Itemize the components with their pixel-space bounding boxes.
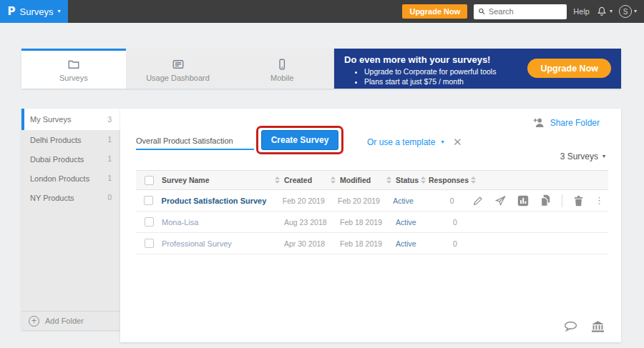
- status-badge[interactable]: Active: [396, 239, 416, 248]
- app-logo-menu[interactable]: P Surveys ▾: [0, 0, 68, 23]
- help-link[interactable]: Help: [573, 7, 590, 16]
- global-search[interactable]: [474, 4, 567, 19]
- chevron-down-icon: ▾: [57, 9, 60, 14]
- chevron-down-icon: ▾: [610, 9, 613, 14]
- avatar: S: [619, 5, 632, 18]
- use-template-label: Or use a template: [367, 137, 435, 147]
- banner-bullet: Plans start at just $75 / month: [364, 76, 611, 86]
- tab-label: Surveys: [59, 74, 88, 82]
- upgrade-now-button[interactable]: Upgrade Now: [402, 4, 467, 19]
- row-checkbox[interactable]: [145, 239, 154, 248]
- chevron-down-icon: ▾: [602, 154, 605, 159]
- add-folder-label: Add Folder: [45, 317, 84, 325]
- status-badge[interactable]: Active: [393, 197, 414, 205]
- new-survey-name-input[interactable]: [136, 133, 254, 150]
- tab-label: Usage Dashboard: [146, 74, 210, 82]
- tab-surveys[interactable]: Surveys: [21, 49, 126, 89]
- sort-icon[interactable]: [421, 177, 426, 184]
- comment-bubble-icon[interactable]: [564, 321, 577, 332]
- table-row: Mona-Lisa Aug 23 2018 Feb 18 2019 Active…: [136, 212, 608, 233]
- brand-logo-icon: P: [8, 5, 16, 18]
- sort-icon[interactable]: [471, 177, 476, 184]
- sidebar-item-delhi-products[interactable]: Delhi Products 1: [21, 130, 120, 149]
- survey-name-link[interactable]: Professional Survey: [162, 239, 232, 248]
- status-badge[interactable]: Active: [396, 218, 416, 227]
- sort-icon[interactable]: [331, 177, 336, 184]
- survey-name-link[interactable]: Product Satisfaction Survey: [162, 197, 267, 205]
- delete-trash-icon[interactable]: [573, 195, 584, 207]
- sidebar-item-dubai-products[interactable]: Dubai Products 1: [21, 149, 120, 169]
- folder-count: 3: [107, 116, 112, 124]
- notifications-menu[interactable]: ▾: [596, 6, 613, 17]
- more-options-icon[interactable]: ⋮: [595, 195, 604, 206]
- tab-label: Mobile: [270, 74, 293, 82]
- survey-name-link[interactable]: Mona-Lisa: [162, 218, 198, 227]
- folder-label: NY Products: [30, 194, 107, 202]
- actions-divider: [562, 194, 562, 207]
- surveys-panel: Share Folder Create Survey Or use a temp…: [120, 109, 621, 342]
- sort-icon[interactable]: [275, 177, 280, 184]
- plus-circle-icon: +: [29, 316, 39, 327]
- tab-usage-dashboard[interactable]: Usage Dashboard: [126, 49, 230, 89]
- col-header-created[interactable]: Created: [284, 176, 312, 184]
- surveys-count-dropdown[interactable]: 3 Surveys ▾: [560, 151, 605, 161]
- created-date: Feb 20 2019: [283, 197, 325, 205]
- top-header: P Surveys ▾ Upgrade Now Help ▾ S ▾: [0, 0, 644, 23]
- folder-count: 0: [107, 194, 112, 202]
- select-all-checkbox[interactable]: [145, 176, 154, 185]
- responses-count: 0: [429, 239, 457, 248]
- annotation-highlight-ring: Create Survey: [256, 126, 343, 154]
- copy-icon[interactable]: [540, 194, 551, 207]
- created-date: Apr 30 2018: [284, 239, 325, 248]
- search-input[interactable]: [489, 7, 562, 16]
- upgrade-banner: Do even more with your surveys! Upgrade …: [334, 49, 621, 89]
- person-add-icon: [533, 117, 545, 128]
- folder-count: 1: [107, 174, 112, 182]
- sidebar-item-london-products[interactable]: London Products 1: [21, 169, 120, 188]
- responses-count: 0: [426, 197, 454, 205]
- folder-icon: [67, 58, 80, 71]
- folder-label: London Products: [30, 174, 107, 183]
- folder-count: 1: [107, 136, 112, 144]
- col-header-modified[interactable]: Modified: [340, 176, 371, 184]
- bank-icon[interactable]: [592, 321, 604, 332]
- responses-count: 0: [429, 218, 457, 227]
- folder-label: Dubai Products: [30, 155, 107, 164]
- use-template-dropdown[interactable]: Or use a template ▾: [367, 137, 444, 147]
- sort-icon[interactable]: [386, 177, 391, 184]
- tab-mobile[interactable]: Mobile: [230, 49, 334, 89]
- table-header-row: Survey Name Created Modified Status Resp…: [136, 170, 608, 190]
- folders-sidebar: My Surveys 3 Delhi Products 1 Dubai Prod…: [21, 109, 120, 330]
- row-checkbox[interactable]: [145, 217, 154, 227]
- created-date: Aug 23 2018: [284, 218, 327, 227]
- modified-date: Feb 18 2019: [340, 218, 382, 227]
- bell-icon: [596, 6, 608, 17]
- surveys-table: Survey Name Created Modified Status Resp…: [136, 170, 608, 254]
- close-icon[interactable]: ✕: [453, 136, 462, 149]
- table-row: Professional Survey Apr 30 2018 Feb 18 2…: [136, 233, 608, 254]
- panel-footer-actions: [564, 321, 604, 332]
- edit-pencil-icon[interactable]: [472, 195, 484, 207]
- folder-count: 1: [107, 155, 112, 163]
- table-row: Product Satisfaction Survey Feb 20 2019 …: [136, 190, 608, 212]
- add-folder-button[interactable]: + Add Folder: [21, 311, 120, 330]
- chevron-down-icon: ▾: [634, 9, 637, 14]
- sidebar-item-my-surveys[interactable]: My Surveys 3: [21, 109, 120, 130]
- product-title: Surveys: [20, 6, 54, 17]
- col-header-status[interactable]: Status: [396, 176, 419, 184]
- report-chart-icon[interactable]: [517, 195, 529, 207]
- account-menu[interactable]: S ▾: [619, 5, 637, 18]
- modified-date: Feb 20 2019: [338, 197, 380, 205]
- folder-label: Delhi Products: [30, 136, 107, 144]
- row-checkbox[interactable]: [144, 196, 153, 205]
- share-folder-button[interactable]: Share Folder: [533, 117, 600, 128]
- col-header-responses[interactable]: Responses: [429, 176, 469, 184]
- col-header-survey-name[interactable]: Survey Name: [162, 176, 210, 184]
- share-folder-label: Share Folder: [550, 118, 600, 128]
- sidebar-item-ny-products[interactable]: NY Products 0: [21, 188, 120, 207]
- banner-upgrade-button[interactable]: Upgrade Now: [527, 59, 611, 78]
- dashboard-icon: [172, 58, 185, 71]
- create-survey-button[interactable]: Create Survey: [261, 130, 338, 150]
- mobile-icon: [275, 58, 288, 71]
- send-plane-icon[interactable]: [494, 195, 507, 207]
